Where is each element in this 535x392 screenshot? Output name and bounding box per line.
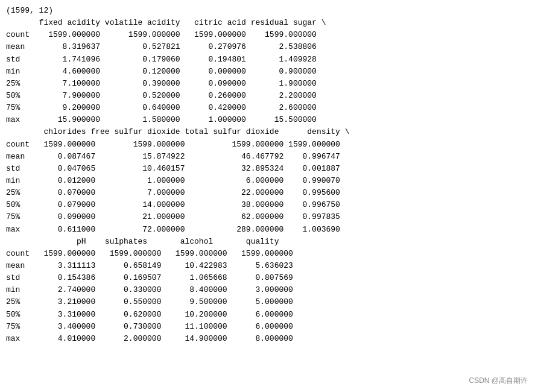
output-block: (1599, 12) fixed acidity volatile acidit… [6,5,529,345]
watermark: CSDN @高自期许 [469,376,528,386]
